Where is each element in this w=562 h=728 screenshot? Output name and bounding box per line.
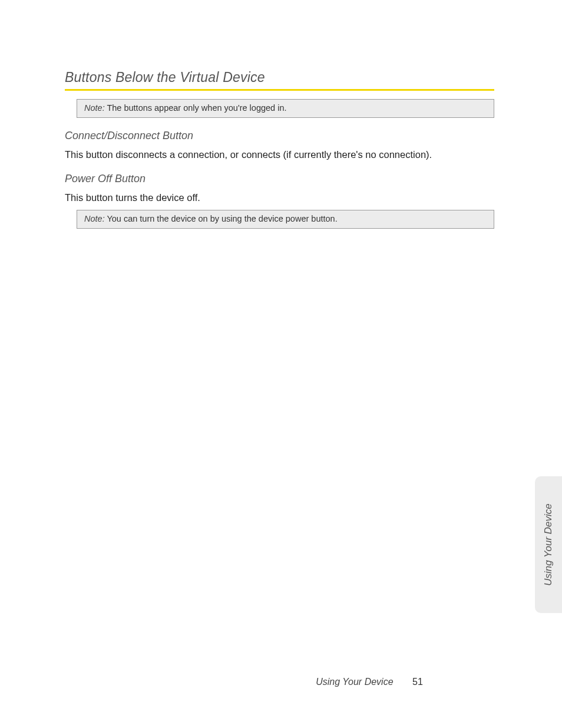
note-text: You can turn the device on by using the … <box>105 214 338 223</box>
body-power-off: This button turns the device off. <box>65 191 494 204</box>
document-page: Buttons Below the Virtual Device Note: T… <box>0 0 562 728</box>
title-underline <box>65 89 494 91</box>
note-box-logged-in: Note: The buttons appear only when you'r… <box>77 99 494 118</box>
section-title: Buttons Below the Virtual Device <box>65 70 494 85</box>
side-tab: Using Your Device <box>535 476 562 613</box>
footer-page-number: 51 <box>412 677 423 687</box>
note-box-power-on: Note: You can turn the device on by usin… <box>77 210 494 229</box>
note-label: Note: <box>84 103 105 113</box>
subhead-power-off: Power Off Button <box>65 173 494 185</box>
side-tab-label: Using Your Device <box>543 503 554 586</box>
page-footer: Using Your Device 51 <box>0 677 562 687</box>
subhead-connect-disconnect: Connect/Disconnect Button <box>65 130 494 142</box>
note-text: The buttons appear only when you're logg… <box>105 103 287 113</box>
note-label: Note: <box>84 214 105 223</box>
footer-section-name: Using Your Device <box>316 677 393 687</box>
body-connect-disconnect: This button disconnects a connection, or… <box>65 148 494 161</box>
